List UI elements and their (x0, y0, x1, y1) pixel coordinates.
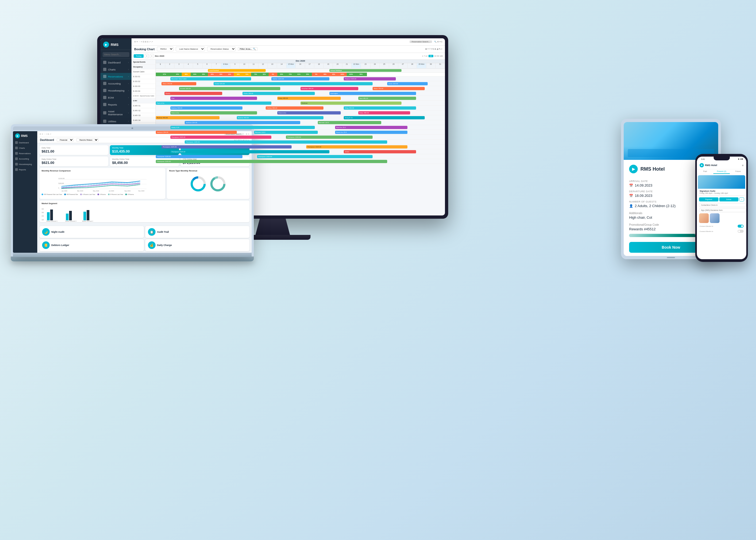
booking-bar-10[interactable]: Russo (165, 92, 222, 95)
sidebar-item-charts[interactable]: Charts › (100, 66, 132, 73)
lap-sidebar-reports[interactable]: Reports (13, 167, 37, 172)
lap-sidebar-reservations[interactable]: Reservations (13, 151, 37, 156)
laptop-title: Dashboard (40, 139, 54, 141)
audit-trail-button[interactable]: 📋 Audit Trail (145, 226, 250, 238)
toggle-1[interactable] (738, 225, 744, 228)
laptop-property-select[interactable]: Rancho Relaxo (76, 138, 98, 142)
booking-bar-24[interactable]: Budrow 400.00 (156, 116, 219, 119)
booking-bar-16[interactable]: Park & Go (156, 101, 271, 105)
booking-bar-4[interactable]: Disco 240.00 (162, 82, 196, 85)
chart-legend: RR Powered Site Last Year RR Powered Sit… (42, 194, 163, 195)
school-holidays-badge: School Holidays (329, 69, 402, 72)
tablet-home-button[interactable] (667, 257, 675, 258)
market-seg-svg: 400 300 200 100 (42, 207, 95, 222)
booking-bar-22[interactable]: Paris & Go (277, 111, 341, 114)
monitor-search[interactable] (100, 50, 132, 59)
debtors-ledger-button[interactable]: 📒 Debtors Ledger (40, 239, 144, 251)
booking-bar-33[interactable]: Room Inc 25.5 (335, 131, 408, 134)
laptop-filter-select[interactable]: Financial (57, 138, 74, 142)
lap-sidebar-accounting[interactable]: Accounting (13, 156, 37, 162)
booking-bar-29[interactable]: Hardy 0.00 (170, 126, 315, 129)
sidebar-item-housekeeping[interactable]: Housekeeping › (100, 87, 132, 94)
booking-bar-38[interactable]: Thompson 1525.00 (306, 145, 408, 149)
legend-b-rooms-ly: B Rooms Last Year (108, 194, 123, 195)
booking-bar-27[interactable]: Jackson 254.00 (185, 121, 300, 124)
booking-bar-26[interactable]: Song & Go (344, 116, 425, 119)
daily-charge-button[interactable]: 💰 Daily Charge (145, 239, 250, 251)
sidebar-item-dashboard[interactable]: Dashboard › (100, 59, 132, 66)
laptop-main: ⚙ ✦ ⋯ ≡ ⊞ ↗ Reservation Search... ⚙ ✦ Da… (37, 131, 252, 253)
property-select[interactable]: RMSU (157, 47, 174, 51)
phone-tab-present[interactable]: Present (2) (713, 169, 730, 174)
lap-sidebar-charts[interactable]: Charts (13, 145, 37, 151)
sidebar-item-reports[interactable]: Reports › (100, 101, 132, 108)
close-button[interactable]: × (739, 198, 744, 202)
status-filter-select[interactable]: Reservation Status (207, 47, 236, 51)
payment-button[interactable]: Payment (699, 198, 718, 202)
toggle-2[interactable] (738, 230, 744, 233)
night-audit-button[interactable]: 🌙 Night Audit (40, 226, 144, 238)
booking-bar-34[interactable]: Thompson 1525.00 (170, 136, 272, 139)
reservation-search[interactable]: Reservation Search... (410, 41, 432, 43)
sidebar-item-reservations[interactable]: Reservations › (100, 73, 132, 80)
next-button[interactable]: › (150, 54, 154, 58)
menu-search-input[interactable] (103, 52, 129, 57)
phone-tab-future[interactable]: Future (730, 169, 746, 174)
lap-sidebar-dashboard[interactable]: Dashboard (13, 140, 37, 145)
booking-bar-43[interactable]: Thompson 1525.00 (156, 160, 387, 163)
extras-button[interactable]: Extras (719, 198, 739, 202)
tablet-logo-icon: ▶ (629, 165, 638, 173)
booking-bar-42[interactable]: Thompson 1525.00 (257, 155, 373, 158)
booking-bar-19[interactable]: Parkey 485.00 (266, 106, 323, 110)
sign-disclaimer-button[interactable]: Sign (SMS) Disclaimer form (699, 208, 746, 212)
sidebar-item-eom[interactable]: EOM › (100, 94, 132, 101)
contactless-checkin-button[interactable]: Contactless Check-In (699, 203, 746, 207)
booking-bar-35[interactable]: Thompson 1525.00 (286, 136, 373, 139)
booking-bar-23[interactable]: Parky 485.00 (358, 111, 410, 114)
booking-bar-32[interactable]: Bennett 116.0 (254, 131, 318, 134)
booking-bar-12[interactable]: Harrington (329, 92, 416, 95)
booking-bar-28[interactable]: Bennett 116.0 (318, 121, 382, 124)
booking-bar-25[interactable]: Budrow 400.00 (237, 116, 323, 119)
reports-icon (103, 103, 106, 106)
booking-bar-7[interactable]: Grueck 520.00 (179, 87, 280, 90)
booking-bar-31[interactable]: Jackson 254.00 (156, 131, 237, 134)
booking-bar-39[interactable]: Thompson 1525.00 (170, 150, 329, 153)
phone-menu-icon[interactable]: ≡ (742, 164, 744, 167)
booking-bar-18[interactable]: Budrow 400.00 (170, 106, 243, 110)
svg-text:300: 300 (42, 212, 44, 213)
today-button[interactable]: Today (134, 54, 144, 58)
phone-tab-past[interactable]: Past (697, 169, 713, 174)
filter-area[interactable]: Filter Area... 🔍 (238, 47, 258, 51)
daily-online-card: Daily Online Total $621.00 (40, 157, 108, 166)
svg-text:Market Segment 3: Market Segment 3 (65, 220, 76, 222)
booking-bar-6[interactable]: Jones 325.00 (387, 82, 428, 85)
booking-bar-8[interactable]: Strachan 480.00 (301, 87, 358, 90)
booking-bar-20[interactable]: Shep 450.00 (344, 106, 416, 110)
sidebar-item-asset-maintenance[interactable]: Asset Maintenance › (100, 108, 132, 118)
svg-rect-23 (50, 209, 53, 220)
svg-text:5,000,000: 5,000,000 (58, 183, 64, 184)
booking-bar-3[interactable]: Pearce 1425.00 (344, 77, 396, 80)
booking-bar-5[interactable]: Foster 525.00 (213, 82, 373, 85)
sidebar-item-accounting[interactable]: Accounting › (100, 80, 132, 87)
booking-bar-9[interactable]: Blairs 750.00 (373, 87, 425, 90)
booking-bar-41[interactable]: Thompson 1525.00 (156, 155, 242, 158)
booking-bar-36[interactable]: Thompson 1525.00 (185, 140, 387, 144)
lap-sidebar-housekeeping[interactable]: Housekeeping (13, 162, 37, 167)
booking-bar-21[interactable]: Paris & Go (170, 111, 257, 114)
legend-a-rooms: A Rooms (97, 194, 106, 195)
booking-bar-1[interactable]: Mountain View Cabin (170, 77, 251, 80)
booking-bar-17[interactable]: Rodman (301, 101, 402, 105)
booking-bar-30[interactable]: Root Inc 25.0 (335, 126, 408, 129)
booking-bar-14[interactable]: Parky 485.00 (277, 97, 341, 100)
booking-bar-37[interactable]: Thompson 1525.00 (162, 145, 292, 149)
booking-bar-40[interactable]: Jones (344, 150, 416, 153)
prev-button[interactable]: ‹ (145, 54, 149, 58)
balance-filter-select[interactable]: Last Name Balance (176, 47, 205, 51)
sidebar-item-utilities[interactable]: Utilities › (100, 118, 132, 125)
booking-bar-13[interactable]: Flan (170, 97, 257, 100)
booking-bar-11[interactable]: Parks 180.00 (242, 92, 315, 95)
booking-bar-15[interactable]: Neal 480.00 (358, 97, 416, 100)
booking-bar-2[interactable]: Harber 1225.00 (271, 77, 329, 80)
